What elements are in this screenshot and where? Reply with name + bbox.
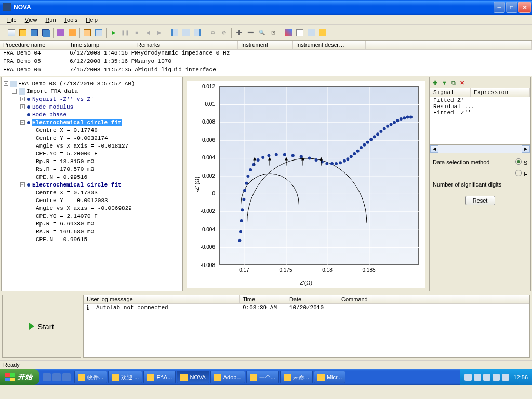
tree-leaf[interactable]: Centre Y = -0.0012083 [4,196,180,204]
tree-leaf[interactable]: Centre X = 0.17748 [4,126,180,134]
tool-layout2-icon[interactable] [181,28,191,38]
tree-leaf[interactable]: CPE.N = 0.99516 [4,173,180,181]
taskbar-task[interactable]: 收件... [74,371,107,383]
tree-leaf[interactable]: Centre Y = -0.0032174 [4,134,180,142]
tool-table-icon[interactable] [306,28,316,38]
tool-new-icon[interactable] [6,28,17,38]
list-item[interactable]: Fitted -Z'' [430,110,530,116]
tool-edit-icon[interactable] [317,28,328,38]
tool-setup-icon[interactable] [82,28,92,38]
tool-prev-icon[interactable]: ◀ [143,28,153,38]
minimize-button[interactable]: ─ [494,2,505,13]
col-procedure-name[interactable]: Procedure name [0,41,66,49]
col-log-message[interactable]: User log message [84,295,240,303]
tree-circle-fit-2[interactable]: −Electrochemical circle fit [4,181,180,189]
col-log-command[interactable]: Command [338,295,390,303]
menu-view[interactable]: View [21,16,42,24]
tree-leaf[interactable]: CPE.N = 0.99615 [4,235,180,243]
col-log-time[interactable]: Time [240,295,286,303]
tree-leaf[interactable]: CPE.YO = 2.14070 F [4,212,180,220]
tool-next-icon[interactable]: ▶ [154,28,165,38]
col-instrument-descr[interactable]: Instrument descr… [293,41,366,49]
delete-icon[interactable]: ✕ [460,79,464,86]
col-signal[interactable]: Signal [430,88,471,97]
tree-circle-fit-1[interactable]: −Electrochemical circle fit [4,118,180,126]
copy-icon[interactable]: ⧉ [451,79,456,86]
tree-leaf[interactable]: Rp.R = 6.69330 mΩ [4,220,180,228]
taskbar-task[interactable]: E:\A... [143,371,176,383]
horizontal-scrollbar[interactable]: ◀▶ [430,145,530,153]
tree-leaf[interactable]: Angle vs X axis = -0.018127 [4,142,180,150]
col-remarks[interactable]: Remarks [134,41,238,49]
tree-leaf[interactable]: Centre X = 0.17303 [4,189,180,196]
tray-icon[interactable] [474,374,481,381]
tool-chart-icon[interactable] [283,28,294,38]
col-expression[interactable]: Expression [471,88,530,97]
tree-leaf[interactable]: Rp.R = 13.8150 mΩ [4,157,180,165]
table-row[interactable]: ℹ Autolab not connected 9:03:39 AM 10/20… [84,304,529,312]
taskbar-task[interactable]: Micr... [314,371,345,383]
tool-saveall-icon[interactable] [41,28,51,38]
tool-open-icon[interactable] [18,28,28,38]
tool-play-icon[interactable]: ▶ [109,28,119,38]
maximize-button[interactable]: □ [506,2,517,13]
menu-tools[interactable]: Tools [60,16,82,24]
list-item[interactable]: Residual ... [430,103,530,110]
tool-zoomout-icon[interactable]: ➖ [245,28,256,38]
taskbar-task[interactable]: 未命... [280,371,313,383]
tool-analysis-icon[interactable] [94,28,104,38]
col-log-date[interactable]: Date [286,295,338,303]
tree-leaf[interactable]: Rs.R = 169.680 mΩ [4,228,180,235]
filter-icon[interactable]: ▼ [442,79,447,86]
taskbar-task[interactable]: 一个... [246,371,279,383]
tree-leaf[interactable]: CPE.YO = 5.20000 F [4,150,180,157]
tree-bode-modulus[interactable]: +Bode modulus [4,103,180,111]
close-button[interactable]: ✕ [518,2,531,13]
ql-icon[interactable] [52,373,61,381]
procedure-grid[interactable]: FRA Demo 04 6/12/2008 1:46:16 PM Hydrody… [0,50,532,76]
menu-help[interactable]: Help [82,16,102,24]
start-button[interactable]: Start [2,295,81,358]
radio-method-f[interactable] [515,170,522,176]
tool-library-icon[interactable] [56,28,66,38]
signals-table[interactable]: Signal Expression Fitted Z' Residual ...… [430,88,530,145]
col-instrument[interactable]: Instrument [238,41,293,49]
tool-unlink-icon[interactable]: ⊘ [219,28,229,38]
tool-zoomin-icon[interactable]: ➕ [234,28,244,38]
tree-nyquist[interactable]: +Nyquist -Z'' vs Z' [4,95,180,103]
radio-method-s[interactable] [515,158,522,165]
taskbar-task[interactable]: NOVA [177,371,209,383]
add-icon[interactable]: ✚ [433,79,437,86]
menu-file[interactable]: File [3,16,21,24]
tool-save-icon[interactable] [29,28,39,38]
tool-pause-icon[interactable]: ❚❚ [120,28,130,38]
col-timestamp[interactable]: Time stamp [66,41,134,49]
tree-root[interactable]: −FRA Demo 08 (7/13/2010 8:57:57 AM) [4,79,180,87]
tool-layout3-icon[interactable] [192,28,203,38]
tool-fit-icon[interactable]: ⊡ [268,28,278,38]
tool-database-icon[interactable] [67,28,77,38]
tree-bode-phase[interactable]: Bode phase [4,111,180,118]
menu-run[interactable]: Run [41,16,60,24]
ql-icon[interactable] [62,373,71,381]
tree-leaf[interactable]: Rs.R = 170.570 mΩ [4,165,180,173]
tree-import[interactable]: −Import FRA data [4,87,180,95]
reset-button[interactable]: Reset [465,196,496,205]
taskbar-task[interactable]: 欢迎 ... [108,371,142,383]
tray-icon[interactable] [502,374,509,381]
ql-icon[interactable] [43,373,51,381]
taskbar-task[interactable]: Adob... [210,371,245,383]
tool-link-icon[interactable]: ⧉ [207,28,218,38]
nyquist-plot[interactable]: -Z''(Ω) -0.008-0.006-0.004-0.00200.0020.… [187,81,425,288]
tool-grid-icon[interactable] [295,28,305,38]
tool-zoom-icon[interactable]: 🔍 [257,28,267,38]
tree-leaf[interactable]: Angle vs X axis = -0.0069829 [4,204,180,212]
tray-icon[interactable] [464,374,472,381]
clock[interactable]: 12:56 [513,374,528,380]
start-menu-button[interactable]: 开始 [0,369,39,385]
tool-layout1-icon[interactable] [169,28,180,38]
list-item[interactable]: Fitted Z' [430,97,530,103]
tray-icon[interactable] [493,374,500,381]
tool-stop-icon[interactable]: ■ [131,28,142,38]
tray-icon[interactable] [483,374,490,381]
